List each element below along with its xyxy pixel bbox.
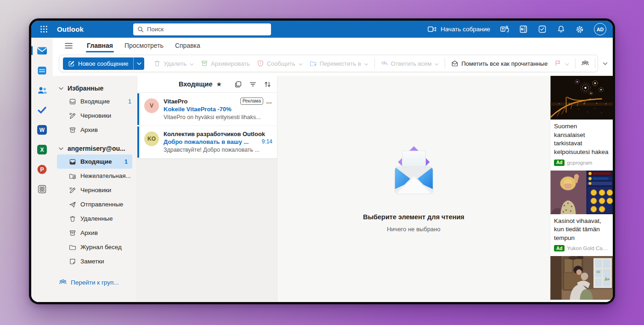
- search-box[interactable]: [133, 23, 271, 35]
- search-icon: [137, 26, 144, 33]
- delete-button[interactable]: Удалить: [150, 57, 197, 70]
- video-camera-icon: [428, 26, 436, 33]
- sender-name: VitaePro: [164, 98, 188, 105]
- inbox-filled-icon: [69, 158, 76, 165]
- chevron-down-icon: [435, 60, 439, 67]
- ad-badge: Ad: [554, 245, 565, 251]
- trash-icon: [69, 215, 76, 222]
- hamburger-menu-icon[interactable]: [62, 40, 74, 51]
- folder-archive[interactable]: Архив: [53, 226, 137, 240]
- folder-junk[interactable]: Нежелательная...: [53, 169, 137, 183]
- toolbar-divider: [575, 58, 576, 68]
- ad-advertiser: Yukon Gold Casino: [567, 245, 610, 251]
- ribbon-tabs: Главная Просмотреть Справка: [53, 38, 613, 53]
- drafts-pen-icon: [69, 112, 76, 120]
- folder-favorites-drafts[interactable]: Черновики: [53, 108, 137, 123]
- message-list-header: Входящие ★: [137, 76, 277, 93]
- new-message-dropdown-chevron[interactable]: [133, 57, 144, 70]
- message-preview: VitaePro on hyväksi erityisesti lihaks..…: [164, 114, 272, 120]
- rail-people-icon[interactable]: [34, 83, 50, 97]
- new-message-split-button[interactable]: Новое сообщение: [63, 57, 144, 70]
- chevron-down-icon: [59, 147, 63, 150]
- people-group-icon: [582, 60, 589, 67]
- ad-badge: Ad: [554, 160, 565, 166]
- app-launcher-icon[interactable]: [37, 23, 51, 36]
- flag-button[interactable]: [551, 57, 572, 70]
- toolbar-divider: [374, 58, 375, 68]
- groups-button[interactable]: [578, 57, 592, 70]
- empty-state-subtitle: Ничего не выбрано: [387, 226, 441, 233]
- message-time: 9:14: [262, 138, 272, 145]
- compose-icon: [68, 60, 75, 67]
- sort-icon[interactable]: [264, 80, 271, 88]
- folder-drafts[interactable]: Черновики: [53, 183, 137, 197]
- account-avatar[interactable]: AD: [594, 23, 606, 35]
- rail-todo-check-icon[interactable]: [34, 103, 50, 117]
- sender-name: Коллектив разработчиков Outlook: [164, 131, 265, 137]
- toolbar-divider: [445, 58, 445, 68]
- reading-pane: Выберите элемент для чтения Ничего не вы…: [277, 76, 550, 302]
- folder-notes[interactable]: Заметки: [53, 254, 137, 268]
- tab-home[interactable]: Главная: [84, 39, 116, 52]
- app-title: Outlook: [57, 25, 84, 33]
- new-message-button[interactable]: Новое сообщение: [63, 57, 133, 70]
- report-button[interactable]: Сообщить: [254, 57, 306, 70]
- teams-icon[interactable]: [500, 25, 509, 34]
- reply-all-button[interactable]: Ответить всем: [378, 57, 442, 70]
- onenote-icon[interactable]: [519, 25, 528, 34]
- rail-more-apps-icon[interactable]: [34, 182, 50, 196]
- ribbon-toolbar-row: Новое сообщение Удалить: [53, 53, 613, 76]
- folder-favorites-inbox[interactable]: Входящие 1: [53, 94, 137, 108]
- filter-icon[interactable]: [249, 80, 257, 88]
- ad-image-night-bridge-fireworks: [550, 76, 613, 120]
- folder-inbox-selected[interactable]: Входящие 1: [57, 154, 132, 169]
- open-envelope-illustration: [385, 145, 442, 200]
- chevron-down-icon: [364, 60, 368, 67]
- mark-all-read-button[interactable]: Пометить все как прочитанные: [448, 57, 551, 70]
- rail-powerpoint-icon[interactable]: P: [34, 162, 50, 177]
- tab-view[interactable]: Просмотреть: [122, 39, 166, 52]
- inbox-icon: [69, 98, 76, 105]
- rail-mail-icon[interactable]: [34, 43, 50, 58]
- toolbar-collapse-chevron[interactable]: [600, 58, 610, 68]
- inbox-title: Входящие: [179, 80, 213, 88]
- todo-icon[interactable]: [537, 25, 547, 34]
- toolbar-divider: [595, 58, 595, 68]
- rail-calendar-icon[interactable]: [34, 63, 50, 78]
- folder-conversation-history[interactable]: Журнал бесед: [53, 240, 137, 254]
- notifications-bell-icon[interactable]: [556, 25, 565, 34]
- archive-icon: [69, 126, 76, 134]
- empty-state-title: Выберите элемент для чтения: [363, 213, 464, 221]
- reply-all-icon: [381, 60, 388, 67]
- tab-help[interactable]: Справка: [172, 39, 203, 52]
- rail-excel-icon[interactable]: X: [34, 142, 50, 157]
- ad-card-3[interactable]: Vakuuta lainasi odottamattomien tilantei…: [550, 256, 613, 302]
- settings-gear-icon[interactable]: [575, 25, 584, 34]
- ad-advertiser: gcprogram: [567, 160, 592, 165]
- message-row-vitaepro[interactable]: V VitaePro Реклама … Kokeile VitaeProta …: [137, 93, 277, 126]
- start-meeting-button[interactable]: Начать собрание: [428, 26, 490, 33]
- chevron-down-icon: [299, 60, 303, 67]
- favorite-star-icon[interactable]: ★: [216, 80, 222, 88]
- archive-button[interactable]: Архивировать: [198, 57, 253, 70]
- folder-sent[interactable]: Отправленные: [53, 197, 137, 211]
- folder-favorites-archive[interactable]: Архив: [53, 123, 137, 137]
- svg-text:X: X: [40, 147, 44, 153]
- folder-deleted[interactable]: Удаленные: [53, 211, 137, 226]
- note-icon: [69, 258, 76, 265]
- account-section-header[interactable]: angermisery@ou...: [53, 143, 137, 154]
- sender-avatar: KO: [144, 131, 159, 146]
- rail-word-icon[interactable]: W: [34, 122, 50, 137]
- ad-card-2[interactable]: Kasinot vihaavat, kun tiedät tämän tempu…: [550, 171, 613, 257]
- favorites-section-header[interactable]: Избранные: [53, 82, 137, 94]
- message-row-outlook-team[interactable]: KO Коллектив разработчиков Outlook Добро…: [137, 126, 277, 159]
- move-to-button[interactable]: Переместить в: [306, 57, 372, 70]
- go-to-groups-link[interactable]: Перейти к груп...: [53, 276, 137, 286]
- message-more-icon[interactable]: …: [266, 98, 272, 105]
- ad-card-1[interactable]: Suomen kansalaiset tarkistavat kelpoisuu…: [550, 76, 613, 171]
- mail-open-icon: [451, 60, 458, 67]
- select-all-icon[interactable]: [234, 80, 242, 88]
- message-preview: Здравствуйте! Добро пожаловать ...: [164, 147, 272, 153]
- search-input[interactable]: [147, 26, 267, 33]
- drafts-pen-icon: [69, 187, 76, 194]
